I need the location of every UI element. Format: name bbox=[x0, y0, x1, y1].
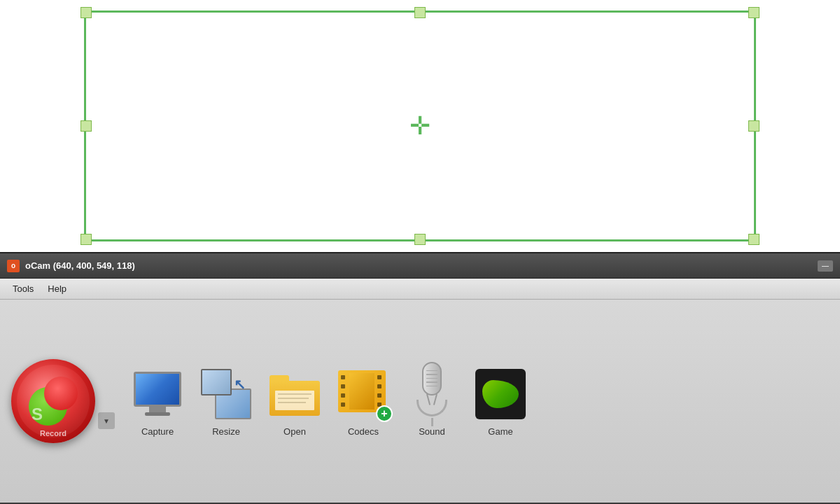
handle-top-left[interactable] bbox=[80, 7, 92, 18]
toolbar: S Record Capture bbox=[0, 300, 840, 503]
capture-frame[interactable]: ✛ bbox=[84, 10, 756, 241]
codecs-label: Codecs bbox=[348, 426, 379, 437]
sound-button[interactable]: Sound bbox=[400, 363, 463, 440]
capture-button[interactable]: Capture bbox=[126, 363, 189, 440]
menu-bar: Tools Help bbox=[0, 279, 840, 300]
handle-middle-left[interactable] bbox=[80, 120, 92, 132]
minimize-button[interactable] bbox=[818, 260, 833, 272]
open-icon bbox=[267, 366, 323, 422]
codecs-add-badge: + bbox=[376, 405, 393, 422]
capture-label: Capture bbox=[141, 426, 174, 437]
game-button[interactable]: Game bbox=[469, 363, 532, 440]
record-dropdown[interactable] bbox=[98, 412, 115, 429]
open-button[interactable]: Open bbox=[263, 363, 326, 440]
resize-icon: ↖ bbox=[198, 366, 254, 422]
ocam-window: o oCam (640, 400, 549, 118) Tools Help bbox=[0, 252, 840, 504]
menu-tools[interactable]: Tools bbox=[6, 281, 41, 296]
game-icon bbox=[472, 366, 528, 422]
codecs-button[interactable]: + Codecs bbox=[332, 363, 395, 440]
handle-top-center[interactable] bbox=[414, 7, 426, 18]
open-label: Open bbox=[284, 426, 306, 437]
handle-bottom-center[interactable] bbox=[414, 234, 426, 245]
codecs-icon: + bbox=[335, 366, 391, 422]
title-bar: o oCam (640, 400, 549, 118) bbox=[0, 253, 840, 279]
sound-icon bbox=[404, 366, 460, 422]
menu-help[interactable]: Help bbox=[41, 281, 74, 296]
capture-icon bbox=[130, 366, 186, 422]
game-label: Game bbox=[488, 426, 512, 437]
handle-top-right[interactable] bbox=[748, 7, 760, 18]
capture-area: ✛ bbox=[0, 0, 840, 252]
sound-label: Sound bbox=[419, 426, 445, 437]
resize-label: Resize bbox=[212, 426, 240, 437]
window-title: oCam (640, 400, 549, 118) bbox=[25, 260, 818, 271]
app-icon: o bbox=[7, 260, 20, 272]
handle-middle-right[interactable] bbox=[748, 120, 760, 132]
handle-bottom-right[interactable] bbox=[748, 234, 760, 245]
handle-bottom-left[interactable] bbox=[80, 234, 92, 245]
resize-button[interactable]: ↖ Resize bbox=[195, 363, 258, 440]
record-group: S Record bbox=[11, 359, 115, 443]
move-icon: ✛ bbox=[410, 111, 430, 141]
record-label: Record bbox=[11, 429, 95, 438]
record-button[interactable]: S Record bbox=[11, 359, 95, 443]
